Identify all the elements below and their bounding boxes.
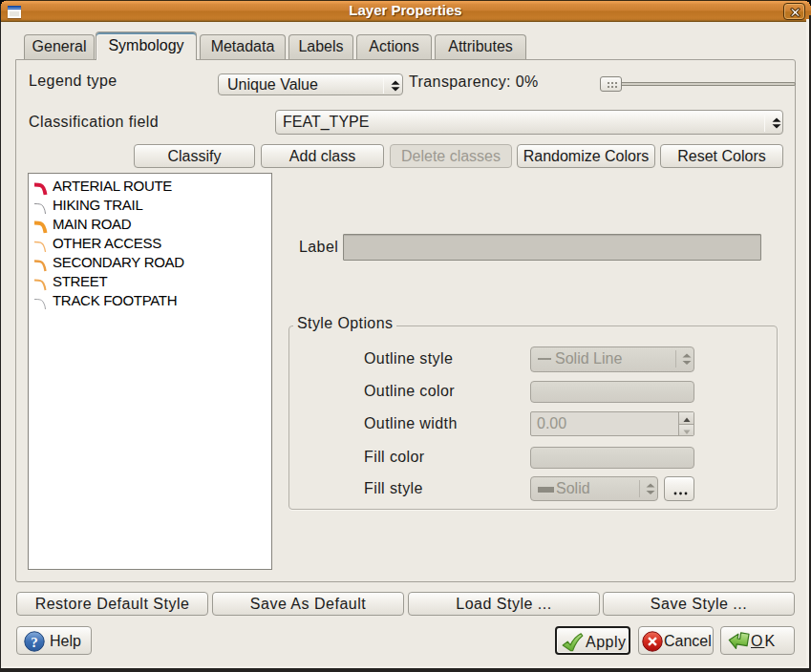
svg-text:?: ?: [31, 635, 38, 650]
